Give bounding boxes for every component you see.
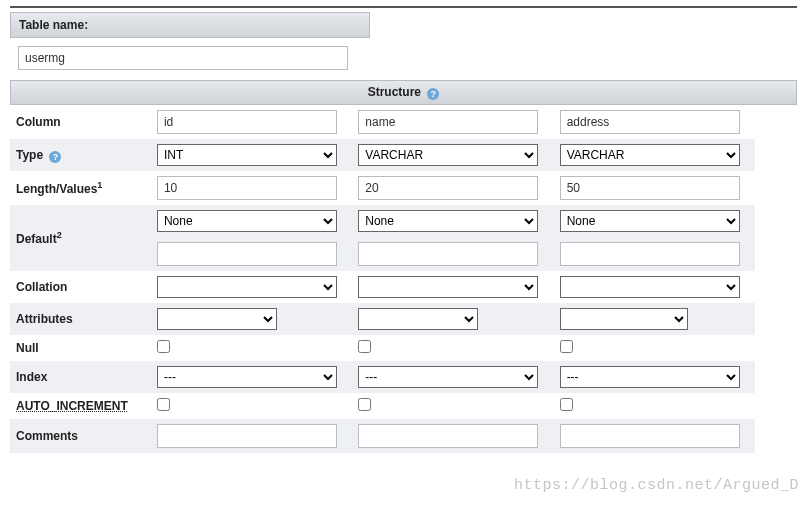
- type-select-1[interactable]: VARCHAR: [358, 144, 538, 166]
- autoinc-checkbox-0[interactable]: [157, 398, 170, 411]
- default-select-2[interactable]: None: [560, 210, 740, 232]
- length-input-0[interactable]: [157, 176, 337, 200]
- structure-header-label: Structure: [368, 85, 421, 99]
- row-label-comments: Comments: [10, 419, 151, 453]
- autoinc-checkbox-1[interactable]: [358, 398, 371, 411]
- index-select-0[interactable]: ---: [157, 366, 337, 388]
- column-name-input-2[interactable]: [560, 110, 740, 134]
- autoinc-checkbox-2[interactable]: [560, 398, 573, 411]
- comments-input-0[interactable]: [157, 424, 337, 448]
- row-label-collation: Collation: [10, 271, 151, 303]
- row-label-length: Length/Values1: [10, 171, 151, 205]
- attributes-select-1[interactable]: [358, 308, 478, 330]
- attributes-select-0[interactable]: [157, 308, 277, 330]
- collation-select-0[interactable]: [157, 276, 337, 298]
- type-select-2[interactable]: VARCHAR: [560, 144, 740, 166]
- help-icon[interactable]: ?: [427, 88, 439, 100]
- row-label-index: Index: [10, 361, 151, 393]
- help-icon[interactable]: ?: [49, 151, 61, 163]
- default-extra-input-0[interactable]: [157, 242, 337, 266]
- table-name-label: Table name:: [19, 18, 88, 32]
- row-label-default: Default2: [10, 205, 151, 271]
- index-select-1[interactable]: ---: [358, 366, 538, 388]
- row-label-attributes: Attributes: [10, 303, 151, 335]
- column-name-input-0[interactable]: [157, 110, 337, 134]
- default-extra-input-2[interactable]: [560, 242, 740, 266]
- null-checkbox-0[interactable]: [157, 340, 170, 353]
- row-label-autoincrement: AUTO_INCREMENT: [10, 393, 151, 419]
- collation-select-2[interactable]: [560, 276, 740, 298]
- default-extra-input-1[interactable]: [358, 242, 538, 266]
- attributes-select-2[interactable]: [560, 308, 688, 330]
- comments-input-2[interactable]: [560, 424, 740, 448]
- type-select-0[interactable]: INT: [157, 144, 337, 166]
- collation-select-1[interactable]: [358, 276, 538, 298]
- column-name-input-1[interactable]: [358, 110, 538, 134]
- length-input-2[interactable]: [560, 176, 740, 200]
- row-label-column: Column: [10, 105, 151, 139]
- structure-header-bar: Structure ?: [10, 80, 797, 105]
- default-select-1[interactable]: None: [358, 210, 538, 232]
- table-name-bar: Table name:: [10, 12, 370, 38]
- row-label-type: Type ?: [10, 139, 151, 171]
- length-input-1[interactable]: [358, 176, 538, 200]
- table-name-input[interactable]: [18, 46, 348, 70]
- row-label-null: Null: [10, 335, 151, 361]
- null-checkbox-2[interactable]: [560, 340, 573, 353]
- default-select-0[interactable]: None: [157, 210, 337, 232]
- null-checkbox-1[interactable]: [358, 340, 371, 353]
- index-select-2[interactable]: ---: [560, 366, 740, 388]
- comments-input-1[interactable]: [358, 424, 538, 448]
